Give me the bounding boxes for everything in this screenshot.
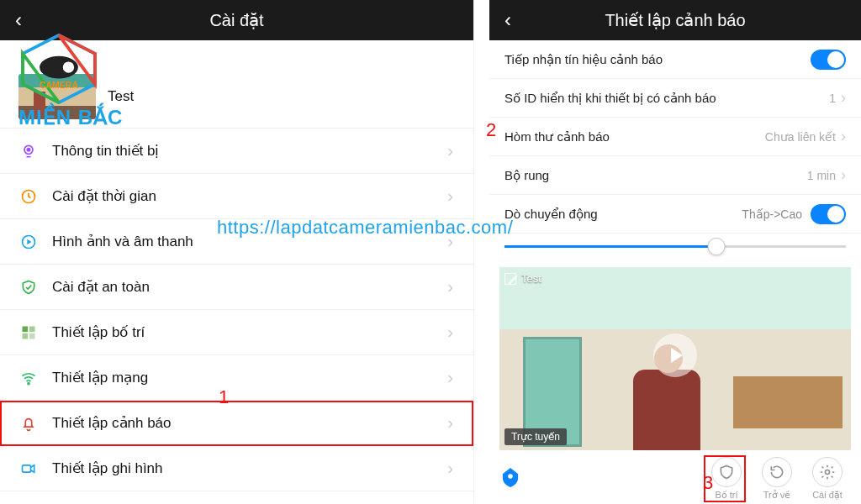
preview-name-tag[interactable]: Test <box>504 272 541 285</box>
shield-check-icon <box>20 279 37 296</box>
row-receive-alert[interactable]: Tiếp nhận tín hiệu cảnh báo <box>489 40 861 79</box>
row-motion[interactable]: Dò chuyển động Thấp->Cao <box>489 195 861 234</box>
toggle-motion[interactable] <box>811 204 846 224</box>
chevron-right-icon: › <box>841 89 846 107</box>
home-marker-icon[interactable] <box>501 466 520 491</box>
svg-rect-9 <box>23 465 31 471</box>
clock-icon <box>20 188 37 205</box>
row-id-count[interactable]: Số ID hiển thị khi thiết bị có cảnh báo … <box>489 79 861 118</box>
svg-rect-4 <box>23 326 29 332</box>
play-button[interactable] <box>653 333 697 377</box>
chevron-right-icon: › <box>447 186 453 206</box>
row-layout[interactable]: Thiết lập bố trí › <box>0 310 473 355</box>
action-layout[interactable]: Bố trí <box>701 457 752 501</box>
alert-settings-panel: ‹ Thiết lập cảnh báo Tiếp nhận tín hiệu … <box>489 0 861 504</box>
chevron-right-icon: › <box>447 323 453 342</box>
svg-point-1 <box>27 148 29 150</box>
settings-menu: Thông tin thiết bị › Cài đặt thời gian ›… <box>0 128 473 491</box>
row-alert-settings[interactable]: Thiết lập cảnh báo › <box>0 401 473 446</box>
svg-point-8 <box>28 382 29 384</box>
svg-rect-7 <box>29 333 35 339</box>
device-name: Test <box>108 88 134 105</box>
row-image-sound[interactable]: Hình ảnh và âm thanh › <box>0 219 473 265</box>
row-time-settings[interactable]: Cài đặt thời gian › <box>0 174 473 219</box>
chevron-right-icon: › <box>447 368 453 387</box>
left-title: Cài đặt <box>37 10 473 30</box>
wifi-icon <box>20 370 37 386</box>
row-vibrate[interactable]: Bộ rung 1 min › <box>489 156 861 195</box>
bottom-toolbar: Bố trí Trở về Cài đặt <box>489 454 861 504</box>
settings-panel: ‹ Cài đặt Test Thông tin thiết bị › Cài … <box>0 0 474 504</box>
row-security[interactable]: Cài đặt an toàn › <box>0 265 473 310</box>
chevron-right-icon: › <box>447 277 453 297</box>
video-icon <box>20 460 37 477</box>
back-button[interactable]: ‹ <box>489 10 526 30</box>
row-mailbox[interactable]: Hòm thư cảnh báo Chưa liên kết › <box>489 118 861 156</box>
back-button[interactable]: ‹ <box>0 10 37 30</box>
play-circle-icon <box>20 234 37 250</box>
right-header: ‹ Thiết lập cảnh báo <box>489 0 861 40</box>
status-badge: Trực tuyến <box>504 428 567 445</box>
slider-knob[interactable] <box>707 238 725 255</box>
motion-slider[interactable] <box>489 234 861 259</box>
chevron-right-icon: › <box>841 128 846 145</box>
bell-icon <box>20 415 37 432</box>
right-title: Thiết lập cảnh báo <box>526 10 861 30</box>
action-return[interactable]: Trở về <box>752 457 802 501</box>
row-recording[interactable]: Thiết lập ghi hình › <box>0 446 473 491</box>
chevron-right-icon: › <box>447 459 453 478</box>
camera-spot-icon <box>20 143 37 160</box>
edit-icon[interactable] <box>504 273 516 285</box>
left-header: ‹ Cài đặt <box>0 0 473 40</box>
chevron-right-icon: › <box>447 413 453 433</box>
action-settings[interactable]: Cài đặt <box>802 457 853 501</box>
chevron-right-icon: › <box>447 141 453 160</box>
row-device-info[interactable]: Thông tin thiết bị › <box>0 129 473 174</box>
layout-icon <box>20 324 37 341</box>
device-thumbnail <box>18 74 96 119</box>
chevron-right-icon: › <box>447 232 453 251</box>
row-network[interactable]: Thiết lập mạng › <box>0 355 473 401</box>
toggle-receive[interactable] <box>811 50 846 70</box>
svg-rect-5 <box>29 326 35 332</box>
camera-preview[interactable]: Test Trực tuyến <box>499 267 851 450</box>
svg-point-11 <box>826 470 830 475</box>
chevron-right-icon: › <box>841 166 846 184</box>
device-row[interactable]: Test <box>0 69 473 128</box>
svg-rect-6 <box>23 333 29 339</box>
svg-point-10 <box>508 474 513 479</box>
